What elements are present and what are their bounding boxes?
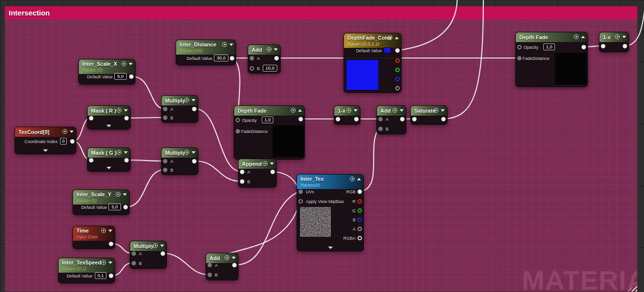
collapse-chevron-down-icon[interactable] — [192, 151, 195, 154]
b-input-pin[interactable] — [132, 261, 136, 265]
b-input-pin[interactable] — [240, 179, 244, 184]
node-header[interactable]: Add — [248, 45, 280, 55]
advanced-view-icon[interactable] — [153, 243, 158, 248]
output-pin[interactable] — [124, 158, 129, 162]
value-box[interactable]: 5,0 — [114, 73, 127, 80]
advanced-view-icon[interactable] — [116, 192, 120, 197]
a-input-pin[interactable] — [163, 159, 167, 163]
node-inter-distance[interactable]: Inter_DistanceParam (30)Default Value30,… — [176, 40, 236, 65]
b-input-pin[interactable] — [378, 127, 383, 131]
collapse-chevron-down-icon[interactable] — [270, 162, 274, 165]
node-inter-tex[interactable]: Inter_TexParam2DUVsApply View MipBiasRGB… — [297, 174, 364, 251]
node-header[interactable]: Inter_Scale_YParam (5) — [73, 190, 129, 204]
value-box[interactable]: 5,0 — [108, 204, 121, 210]
node-depth-fade-right[interactable]: Depth FadeOpacityFadeDistance1,0 — [515, 32, 588, 87]
a-input-pin[interactable] — [163, 107, 167, 111]
collapse-chevron-down-icon[interactable] — [70, 131, 74, 133]
expand-chevron-icon[interactable] — [106, 125, 111, 127]
node-header[interactable]: Inter_TexSpeedParam (0.1) — [59, 258, 115, 273]
collapse-chevron-down-icon[interactable] — [232, 257, 236, 259]
a-input-pin[interactable] — [378, 117, 383, 121]
node-header[interactable]: Multiply — [162, 148, 198, 158]
collapse-chevron-down-icon[interactable] — [108, 230, 112, 232]
r-output-pin[interactable] — [395, 58, 400, 63]
output-pin[interactable] — [232, 263, 237, 267]
advanced-view-icon[interactable] — [62, 129, 67, 134]
output-pin[interactable] — [129, 74, 134, 79]
g-output-pin[interactable] — [358, 208, 362, 213]
node-header[interactable]: Multiply — [130, 241, 166, 251]
advanced-view-icon[interactable] — [101, 260, 106, 265]
b-output-pin[interactable] — [395, 77, 400, 81]
node-header[interactable]: Multiply — [162, 96, 198, 105]
output-pin[interactable] — [192, 107, 196, 111]
node-header[interactable]: DepthFade_ColorParam (0,0,1,1) — [344, 33, 401, 48]
rgb-output-pin[interactable] — [358, 190, 362, 194]
node-header[interactable]: Mask ( G ) — [88, 148, 130, 158]
expand-chevron-icon[interactable] — [328, 247, 333, 249]
output-pin[interactable] — [400, 117, 404, 121]
node-header[interactable]: Mask ( R ) — [88, 106, 130, 116]
input-pin[interactable] — [89, 116, 93, 120]
value-box[interactable]: 1,0 — [262, 117, 273, 123]
advanced-view-icon[interactable] — [574, 34, 579, 39]
collapse-chevron-down-icon[interactable] — [123, 193, 127, 196]
b-input-pin[interactable] — [208, 273, 212, 277]
a-output-pin[interactable] — [358, 227, 362, 231]
b-input-pin[interactable] — [163, 116, 167, 120]
output-pin[interactable] — [124, 116, 129, 120]
advanced-view-icon[interactable] — [291, 108, 296, 113]
output-pin[interactable] — [354, 117, 359, 121]
node-multiply-b[interactable]: MultiplyAB — [130, 241, 167, 269]
collapse-chevron-down-icon[interactable] — [124, 109, 128, 112]
advanced-view-icon[interactable] — [117, 108, 121, 113]
node-one-minus-right[interactable]: 1-x — [599, 32, 629, 52]
output-pin[interactable] — [274, 56, 279, 60]
advanced-view-icon[interactable] — [388, 35, 392, 40]
node-add-2[interactable]: AddAB — [376, 105, 406, 134]
output-pin[interactable] — [161, 251, 165, 256]
node-one-minus-mid[interactable]: 1-x — [334, 105, 360, 125]
output-pin[interactable] — [230, 56, 234, 60]
a-input-pin[interactable] — [132, 251, 136, 256]
collapse-chevron-up-icon[interactable] — [395, 37, 399, 39]
node-time[interactable]: TimeInput Data — [73, 226, 115, 249]
value-box[interactable]: 0,1 — [95, 272, 106, 279]
output-pin[interactable] — [109, 274, 113, 278]
collapse-chevron-down-icon[interactable] — [622, 36, 626, 38]
collapse-chevron-up-icon[interactable] — [357, 178, 361, 180]
b-input-pin[interactable] — [163, 168, 167, 172]
uvs-input-pin[interactable] — [299, 190, 303, 194]
node-saturate[interactable]: Saturate — [410, 105, 448, 125]
node-header[interactable]: Append — [239, 159, 276, 169]
b-output-pin[interactable] — [358, 218, 362, 222]
collapse-chevron-down-icon[interactable] — [192, 99, 195, 102]
advanced-view-icon[interactable] — [117, 150, 121, 155]
node-header[interactable]: TimeInput Data — [73, 226, 115, 241]
collapse-chevron-down-icon[interactable] — [160, 245, 164, 247]
advanced-view-icon[interactable] — [184, 98, 189, 102]
collapse-chevron-up-icon[interactable] — [581, 36, 585, 38]
output-pin[interactable] — [582, 45, 586, 49]
output-pin[interactable] — [270, 170, 275, 174]
node-inter-scale-y[interactable]: Inter_Scale_YParam (5)Default Value5,0 — [73, 190, 130, 215]
output-pin[interactable] — [192, 159, 196, 163]
output-pin[interactable] — [123, 205, 128, 209]
advanced-view-icon[interactable] — [392, 108, 397, 113]
a-input-pin[interactable] — [250, 56, 254, 60]
a-output-pin[interactable] — [395, 86, 400, 90]
node-header[interactable]: Depth Fade — [516, 32, 587, 42]
collapse-chevron-down-icon[interactable] — [229, 44, 233, 46]
output-pin[interactable] — [299, 117, 303, 121]
r-output-pin[interactable] — [358, 199, 362, 204]
output-pin[interactable] — [395, 48, 400, 53]
node-multiply-2[interactable]: MultiplyAB — [161, 147, 198, 175]
node-header[interactable]: Add — [377, 106, 406, 116]
node-inter-scale-x[interactable]: Inter_Scale_XParam (5)Default Value5,0 — [78, 59, 135, 85]
opacity-input-pin[interactable] — [236, 118, 240, 122]
node-depthfade-color[interactable]: DepthFade_ColorParam (0,0,1,1)Default Va… — [344, 33, 402, 93]
node-append[interactable]: AppendAB — [238, 159, 277, 188]
value-box[interactable]: 1,0 — [543, 44, 555, 50]
value-box[interactable]: 0 — [60, 138, 67, 145]
node-header[interactable]: 1-x — [599, 32, 629, 42]
